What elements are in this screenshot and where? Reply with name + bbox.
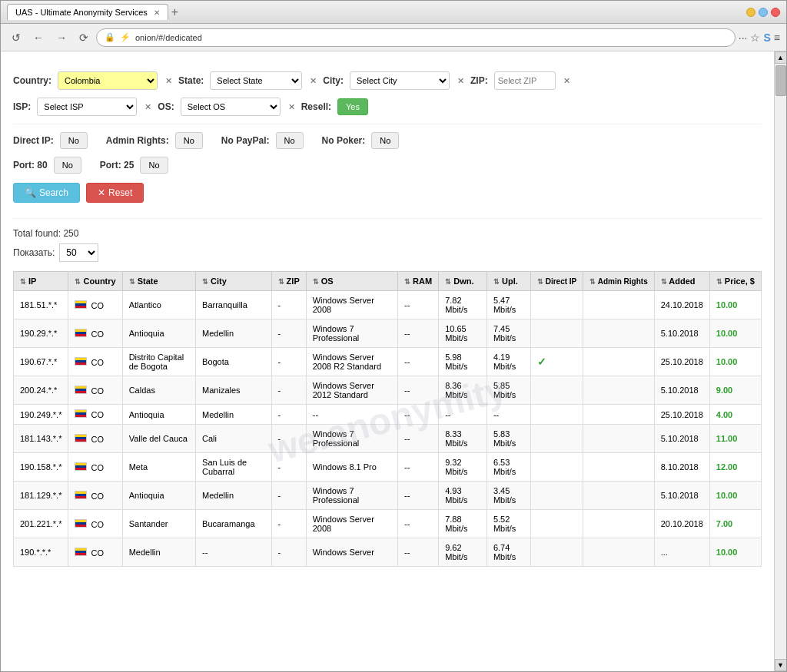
table-cell: 4.19 Mbit/s	[486, 348, 530, 376]
table-cell: --	[398, 319, 439, 348]
table-cell: -	[271, 538, 306, 567]
table-cell: 11.00	[709, 425, 761, 453]
table-row[interactable]: 181.129.*.* COAntioquiaMedellin-Windows …	[14, 482, 762, 510]
table-cell: CO	[68, 348, 122, 376]
city-select[interactable]: Select City	[350, 71, 450, 90]
search-button[interactable]: 🔍 Search	[13, 183, 80, 203]
table-cell: -	[271, 319, 306, 348]
scroll-down-button[interactable]: ▼	[775, 659, 787, 671]
table-cell: Windows 7 Professional	[306, 319, 397, 348]
col-os[interactable]: ⇅ OS	[306, 272, 397, 291]
isp-select[interactable]: Select ISP	[37, 98, 137, 116]
table-cell: -	[271, 453, 306, 482]
col-city[interactable]: ⇅ City	[196, 272, 272, 291]
table-row[interactable]: 190.67.*.* CODistrito Capital de BogotaB…	[14, 348, 762, 376]
show-select[interactable]: 50 100 250	[59, 243, 98, 262]
reload-button[interactable]: ↺	[7, 28, 25, 47]
port80-label: Port: 80	[13, 160, 48, 170]
country-flag	[75, 357, 87, 366]
resell-toggle[interactable]: Yes	[337, 98, 368, 115]
country-flag	[75, 548, 87, 556]
scroll-up-button[interactable]: ▲	[775, 51, 787, 64]
zip-clear-icon[interactable]: ✕	[563, 76, 570, 86]
scroll-thumb[interactable]	[775, 65, 786, 96]
isp-clear-icon[interactable]: ✕	[144, 102, 151, 112]
scroll-track[interactable]	[775, 65, 786, 657]
table-cell	[583, 453, 654, 482]
table-cell: Windows 8.1 Pro	[306, 453, 397, 482]
forward-button[interactable]: →	[51, 28, 71, 47]
country-code: CO	[88, 548, 104, 558]
reset-button[interactable]: ✕ Reset	[86, 183, 144, 203]
col-ip[interactable]: ⇅ IP	[14, 272, 68, 291]
browser-tab[interactable]: UAS - Ultimate Anonymity Services ✕	[7, 4, 168, 20]
no-paypal-label: No PayPal:	[221, 135, 270, 146]
table-row[interactable]: 181.51.*.* COAtlanticoBarranquilla-Windo…	[14, 291, 762, 319]
table-cell: Manizales	[196, 376, 272, 405]
table-cell: --	[398, 405, 439, 425]
port80-toggle[interactable]: No	[54, 157, 81, 174]
table-cell: Antioquia	[122, 482, 195, 510]
col-admin-rights[interactable]: ⇅ Admin Rights	[583, 272, 654, 291]
tab-close-icon[interactable]: ✕	[154, 8, 160, 17]
col-dwn[interactable]: ⇅ Dwn.	[439, 272, 487, 291]
admin-rights-toggle[interactable]: No	[175, 132, 203, 149]
main-area: Country: Colombia ✕ State: Select State …	[1, 51, 774, 671]
table-row[interactable]: 190.*.*.* COMedellin---Windows Server--9…	[14, 538, 762, 567]
table-cell: Medellin	[196, 482, 272, 510]
col-direct-ip[interactable]: ⇅ Direct IP	[530, 272, 583, 291]
state-select[interactable]: Select State	[210, 71, 302, 90]
os-clear-icon[interactable]: ✕	[288, 102, 295, 112]
col-price[interactable]: ⇅ Price, $	[709, 272, 761, 291]
total-found: Total found: 250	[13, 228, 78, 239]
country-select[interactable]: Colombia	[58, 71, 158, 90]
table-row[interactable]: 190.29.*.* COAntioquiaMedellin-Windows 7…	[14, 319, 762, 348]
no-paypal-toggle[interactable]: No	[276, 132, 304, 149]
reset-icon: ✕	[98, 187, 105, 198]
table-row[interactable]: 190.158.*.* COMetaSan Luis de Cubarral-W…	[14, 453, 762, 482]
port25-toggle[interactable]: No	[140, 157, 168, 174]
table-cell: 10.65 Mbit/s	[439, 319, 487, 348]
country-flag	[75, 386, 87, 394]
bookmark-icon[interactable]: ☆	[750, 31, 760, 44]
refresh-button[interactable]: ⟳	[75, 28, 93, 47]
col-upl[interactable]: ⇅ Upl.	[486, 272, 530, 291]
col-state[interactable]: ⇅ State	[122, 272, 195, 291]
country-code: CO	[88, 463, 104, 472]
table-cell: 7.45 Mbit/s	[486, 319, 530, 348]
direct-ip-toggle[interactable]: No	[60, 132, 88, 149]
sync-icon[interactable]: S	[763, 31, 770, 44]
table-cell: 4.93 Mbit/s	[439, 482, 487, 510]
maximize-button[interactable]	[759, 8, 768, 17]
table-cell: 190.29.*.*	[14, 319, 68, 348]
col-added[interactable]: ⇅ Added	[654, 272, 709, 291]
table-cell: 10.00	[709, 291, 761, 319]
zip-label: ZIP:	[470, 75, 488, 86]
col-country[interactable]: ⇅ Country	[68, 272, 122, 291]
no-poker-toggle[interactable]: No	[371, 132, 399, 149]
back-button[interactable]: ←	[28, 28, 48, 47]
col-ram[interactable]: ⇅ RAM	[398, 272, 439, 291]
menu-icon[interactable]: ≡	[774, 31, 780, 44]
country-code: CO	[88, 410, 104, 419]
table-row[interactable]: 201.221.*.* COSantanderBucaramanga-Windo…	[14, 510, 762, 538]
zip-input[interactable]	[494, 71, 556, 90]
table-cell: Distrito Capital de Bogota	[122, 348, 195, 376]
state-clear-icon[interactable]: ✕	[310, 76, 317, 86]
col-zip[interactable]: ⇅ ZIP	[271, 272, 306, 291]
country-clear-icon[interactable]: ✕	[165, 76, 172, 86]
minimize-button[interactable]	[746, 8, 755, 17]
table-cell: Meta	[122, 453, 195, 482]
city-clear-icon[interactable]: ✕	[457, 76, 464, 86]
table-cell: 3.45 Mbit/s	[486, 482, 530, 510]
close-button[interactable]	[771, 8, 780, 17]
os-select[interactable]: Select OS	[181, 98, 281, 116]
table-row[interactable]: 190.249.*.* COAntioquiaMedellin---------…	[14, 405, 762, 425]
new-tab-button[interactable]: +	[171, 5, 178, 19]
table-row[interactable]: 200.24.*.* COCaldasManizales-Windows Ser…	[14, 376, 762, 405]
address-bar[interactable]: 🔒 ⚡ onion/#/dedicated	[96, 28, 736, 47]
table-row[interactable]: 181.143.*.* COValle del CaucaCali-Window…	[14, 425, 762, 453]
table-cell: -	[271, 482, 306, 510]
more-icon[interactable]: ···	[739, 31, 748, 44]
table-cell: 6.53 Mbit/s	[486, 453, 530, 482]
